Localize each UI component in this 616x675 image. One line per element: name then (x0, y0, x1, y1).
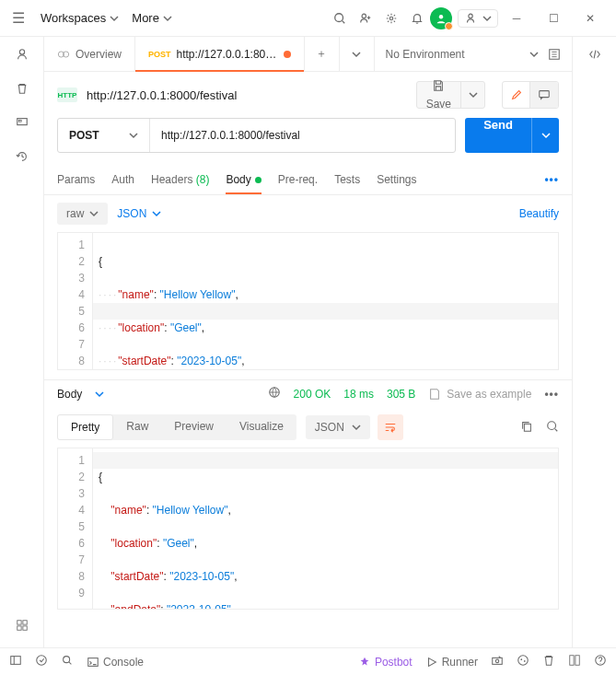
svg-rect-11 (17, 626, 20, 630)
tab-overview-label: Overview (76, 48, 122, 61)
resp-pretty[interactable]: Pretty (57, 414, 113, 440)
profile-icon[interactable] (16, 48, 29, 64)
resp-visualize[interactable]: Visualize (227, 414, 296, 440)
tab-headers[interactable]: Headers (8) (151, 166, 209, 193)
avatar[interactable] (430, 7, 452, 29)
save-label: Save (426, 98, 451, 111)
url-input[interactable]: http://127.0.0.1:8000/festival (150, 119, 455, 152)
runner-button[interactable]: Runner (425, 656, 478, 669)
team-dropdown[interactable] (458, 9, 498, 28)
svg-rect-9 (17, 621, 20, 624)
help-icon[interactable] (594, 654, 607, 669)
svg-rect-12 (22, 626, 26, 630)
response-overflow[interactable]: ••• (544, 388, 559, 401)
hamburger-icon[interactable]: ☰ (7, 9, 29, 27)
search-icon[interactable] (327, 6, 353, 31)
panel-icon[interactable] (9, 654, 22, 669)
new-tab-button[interactable]: ＋ (305, 37, 340, 71)
code-icon[interactable] (588, 48, 601, 64)
tab-body[interactable]: Body (226, 166, 261, 193)
code-content: { ····"name": "Hellow Yellow", ····"loca… (93, 233, 558, 369)
trash-icon[interactable] (16, 82, 29, 98)
tab-menu-button[interactable] (340, 37, 375, 71)
monitor-icon[interactable] (16, 116, 29, 132)
postbot-button[interactable]: Postbot (358, 656, 413, 669)
svg-rect-29 (570, 656, 574, 666)
trash-icon[interactable] (542, 654, 555, 669)
svg-rect-8 (18, 120, 21, 122)
cookies-icon[interactable] (517, 654, 529, 669)
tab-request-label: http://127.0.0.1:8000/ (177, 48, 278, 61)
response-time: 18 ms (343, 388, 374, 401)
invite-icon[interactable] (353, 6, 378, 31)
svg-point-21 (37, 656, 47, 666)
request-tabs: Overview POST http://127.0.0.1:8000/ ＋ N… (44, 37, 572, 72)
request-subtabs: Params Auth Headers (8) Body Pre-req. Te… (44, 164, 572, 195)
right-sidebar (572, 37, 616, 647)
dirty-indicator (284, 51, 291, 58)
main-panel: Overview POST http://127.0.0.1:8000/ ＋ N… (44, 37, 572, 647)
sync-icon[interactable] (35, 654, 48, 669)
tab-overview[interactable]: Overview (44, 37, 135, 71)
titlebar: ☰ Workspaces More ─ ☐ ✕ (0, 0, 616, 37)
save-icon (432, 79, 445, 92)
layout-icon[interactable] (568, 654, 581, 669)
resp-format-selector[interactable]: JSON (306, 415, 370, 439)
body-mode-raw[interactable]: raw (57, 203, 108, 225)
code-content: { "name": "Hellow Yellow", "location": "… (93, 448, 558, 609)
body-format-json[interactable]: JSON (117, 207, 161, 220)
tab-params[interactable]: Params (57, 166, 95, 193)
chevron-down-icon[interactable] (95, 390, 104, 399)
comment-icon[interactable] (530, 82, 558, 108)
request-title[interactable]: http://127.0.0.1:8000/festival (87, 88, 407, 102)
grid-icon[interactable] (16, 619, 29, 634)
gear-icon[interactable] (378, 6, 404, 31)
console-button[interactable]: Console (87, 656, 144, 669)
method-selector[interactable]: POST (58, 119, 150, 152)
capture-icon[interactable] (491, 654, 504, 669)
svg-point-28 (524, 660, 526, 662)
tab-auth[interactable]: Auth (111, 166, 134, 193)
edit-icon[interactable] (503, 82, 530, 108)
beautify-button[interactable]: Beautify (519, 207, 559, 220)
response-body-editor[interactable]: 123456789 { "name": "Hellow Yellow", "lo… (57, 448, 559, 610)
tab-tests[interactable]: Tests (334, 166, 360, 193)
save-dropdown[interactable] (460, 82, 484, 108)
svg-point-0 (335, 13, 343, 21)
workspaces-menu[interactable]: Workspaces (41, 11, 119, 25)
close-button[interactable]: ✕ (572, 4, 609, 33)
environment-selector[interactable]: No Environment (375, 37, 572, 71)
response-body-label[interactable]: Body (57, 388, 82, 401)
tab-active-request[interactable]: POST http://127.0.0.1:8000/ (135, 37, 305, 71)
resp-raw[interactable]: Raw (113, 414, 161, 440)
svg-point-27 (520, 658, 522, 660)
subtabs-overflow[interactable]: ••• (544, 173, 559, 186)
url-field: POST http://127.0.0.1:8000/festival (57, 118, 456, 153)
send-dropdown[interactable] (531, 118, 559, 153)
resp-preview[interactable]: Preview (161, 414, 227, 440)
svg-point-4 (439, 15, 443, 18)
response-tabs: Pretty Raw Preview Visualize JSON (44, 407, 572, 448)
svg-point-26 (518, 656, 529, 666)
environment-quicklook-icon[interactable] (548, 48, 561, 61)
history-icon[interactable] (16, 150, 29, 166)
search-icon[interactable] (546, 420, 559, 436)
http-badge: HTTP (57, 87, 77, 102)
more-menu[interactable]: More (132, 11, 172, 25)
request-body-editor[interactable]: 12345678 { ····"name": "Hellow Yellow", … (57, 232, 559, 370)
save-example-button[interactable]: Save as example (428, 388, 531, 401)
svg-rect-30 (575, 656, 579, 666)
globe-icon[interactable] (268, 386, 281, 402)
copy-icon[interactable] (520, 420, 533, 436)
minimize-button[interactable]: ─ (498, 4, 535, 33)
bell-icon[interactable] (404, 6, 430, 31)
wrap-lines-icon[interactable] (378, 414, 403, 440)
svg-rect-18 (524, 424, 530, 431)
maximize-button[interactable]: ☐ (535, 4, 572, 33)
request-header: HTTP http://127.0.0.1:8000/festival Save (44, 72, 572, 118)
find-icon[interactable] (61, 654, 74, 669)
tab-prereq[interactable]: Pre-req. (278, 166, 318, 193)
tab-settings[interactable]: Settings (377, 166, 416, 193)
send-button[interactable]: Send (465, 118, 559, 153)
save-button[interactable]: Save (416, 81, 485, 109)
